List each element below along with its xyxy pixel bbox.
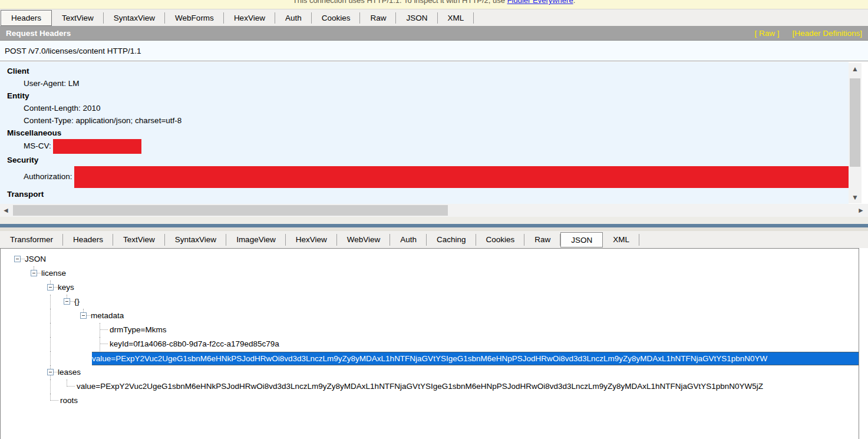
scroll-up-icon[interactable]: ▲ — [849, 63, 862, 75]
header-section-client: Client — [7, 65, 849, 77]
scroll-left-icon[interactable]: ◄ — [0, 204, 12, 217]
tree-row[interactable]: license — [1, 266, 859, 280]
raw-link[interactable]: [ Raw ] — [754, 29, 779, 38]
header-item-text: MS-CV: — [24, 141, 51, 150]
scroll-down-icon[interactable]: ▼ — [849, 192, 862, 203]
tab-json[interactable]: JSON — [396, 9, 437, 26]
tree-node-label[interactable]: leases — [58, 365, 81, 379]
tree-node-label[interactable]: value=PExpY2Vuc2UgeG1sbnM6eHNkPSJodHRwOi… — [77, 379, 763, 394]
tree-node-label[interactable]: keys — [58, 280, 74, 295]
tree-expander-icon[interactable] — [47, 369, 54, 375]
tree-row[interactable]: metadata — [1, 309, 859, 323]
response-inspector-tabs: TransformerHeadersTextViewSyntaxViewImag… — [0, 231, 868, 248]
tab-imageview[interactable]: ImageView — [226, 231, 286, 248]
header-item-text: Content-Type: application/json; charset=… — [24, 116, 181, 125]
tab-auth[interactable]: Auth — [275, 9, 312, 26]
tab-textview[interactable]: TextView — [52, 9, 104, 26]
header-item[interactable]: User-Agent: LM — [7, 77, 849, 90]
tab-syntaxview[interactable]: SyntaxView — [104, 9, 165, 26]
notice-text: This connection uses HTTP/1.1. To inspec… — [293, 0, 507, 5]
tree-expander-icon[interactable] — [80, 312, 87, 319]
http-version-notice: This connection uses HTTP/1.1. To inspec… — [0, 0, 868, 9]
horizontal-scroll-thumb[interactable] — [13, 205, 448, 216]
tab-cookies[interactable]: Cookies — [312, 9, 361, 26]
tab-syntaxview[interactable]: SyntaxView — [165, 231, 226, 248]
tree-node-label[interactable]: roots — [60, 394, 78, 408]
request-inspector-tabs: HeadersTextViewSyntaxViewWebFormsHexView… — [0, 9, 868, 26]
tree-node-label[interactable]: {} — [74, 295, 80, 309]
redaction-overlay — [74, 166, 849, 188]
vertical-scroll-thumb[interactable] — [850, 78, 860, 167]
header-definitions-link[interactable]: [Header Definitions] — [792, 29, 862, 38]
tab-webforms[interactable]: WebForms — [165, 9, 224, 26]
tree-expander-icon[interactable] — [31, 270, 37, 276]
request-headers-pane: ClientUser-Agent: LMEntityContent-Length… — [0, 62, 849, 204]
tree-row[interactable]: keyId=0f1a4068-c8b0-9d7a-f2cc-a179ed85c7… — [1, 337, 859, 351]
tab-xml[interactable]: XML — [603, 231, 639, 248]
tree-node-label[interactable]: metadata — [91, 309, 124, 323]
tab-webview[interactable]: WebView — [337, 231, 391, 248]
headers-vertical-scrollbar[interactable]: ▲ ▼ — [849, 63, 862, 203]
tab-json[interactable]: JSON — [560, 232, 603, 247]
tree-node-label[interactable]: keyId=0f1a4068-c8b0-9d7a-f2cc-a179ed85c7… — [110, 337, 279, 351]
tree-row[interactable]: {} — [1, 295, 859, 309]
header-item[interactable]: Content-Type: application/json; charset=… — [7, 114, 849, 127]
header-item-text: User-Agent: LM — [24, 79, 80, 88]
tab-hexview[interactable]: HexView — [224, 9, 275, 26]
tree-expander-icon[interactable] — [64, 298, 70, 305]
request-line-text: POST /v7.0/licenses/content HTTP/1.1 — [5, 47, 141, 55]
tree-expander-icon[interactable] — [14, 256, 21, 262]
tree-row[interactable]: keys — [1, 280, 859, 295]
tab-xml[interactable]: XML — [438, 9, 474, 26]
header-section-security: Security — [7, 154, 849, 166]
request-line[interactable]: POST /v7.0/licenses/content HTTP/1.1 — [0, 40, 868, 61]
tab-raw[interactable]: Raw — [524, 231, 560, 248]
tree-node-label-selected[interactable]: value=PExpY2Vuc2UgeG1sbnM6eHNkPSJodHRwOi… — [92, 352, 859, 365]
tree-row[interactable]: roots — [1, 394, 859, 408]
tab-cookies[interactable]: Cookies — [476, 231, 525, 248]
pane-gap — [0, 217, 868, 224]
request-headers-title: Request Headers — [6, 29, 741, 38]
tree-row[interactable]: leases — [1, 365, 859, 379]
request-headers-title-bar: Request Headers [ Raw ] [Header Definiti… — [0, 26, 868, 40]
header-item[interactable]: Authorization: — [7, 166, 849, 188]
header-item[interactable]: Content-Length: 2010 — [7, 102, 849, 114]
tree-node-label[interactable]: drmType=Mkms — [110, 323, 166, 337]
tree-row[interactable]: drmType=Mkms — [1, 323, 859, 337]
redaction-overlay — [53, 139, 141, 154]
tree-expander-icon[interactable] — [47, 284, 54, 291]
tree-row[interactable]: value=PExpY2Vuc2UgeG1sbnM6eHNkPSJodHRwOi… — [1, 351, 859, 365]
header-section-entity: Entity — [7, 90, 849, 102]
json-tree: JSONlicensekeys{}metadatadrmType=Mkmskey… — [0, 248, 859, 439]
tab-headers[interactable]: Headers — [63, 231, 113, 248]
tab-raw[interactable]: Raw — [360, 9, 396, 26]
tree-row[interactable]: JSON — [1, 252, 859, 266]
notice-suffix: . — [573, 0, 576, 5]
tab-caching[interactable]: Caching — [427, 231, 476, 248]
tab-auth[interactable]: Auth — [390, 231, 427, 248]
header-item[interactable]: MS-CV: — [7, 139, 849, 154]
headers-horizontal-scrollbar[interactable]: ◄ ► — [0, 204, 868, 217]
tab-headers[interactable]: Headers — [1, 10, 52, 26]
tab-transformer[interactable]: Transformer — [0, 231, 63, 248]
tab-textview[interactable]: TextView — [113, 231, 165, 248]
tree-node-label[interactable]: JSON — [25, 252, 46, 266]
header-item-text: Content-Length: 2010 — [24, 104, 101, 113]
tree-node-label[interactable]: license — [41, 266, 66, 280]
scroll-right-icon[interactable]: ► — [855, 204, 867, 217]
tab-hexview[interactable]: HexView — [286, 231, 337, 248]
header-section-transport: Transport — [7, 188, 849, 200]
header-section-miscellaneous: Miscellaneous — [7, 127, 849, 139]
fiddler-everywhere-link[interactable]: Fiddler Everywhere — [507, 0, 573, 5]
tree-row[interactable]: value=PExpY2Vuc2UgeG1sbnM6eHNkPSJodHRwOi… — [1, 379, 859, 394]
header-item-text: Authorization: — [24, 172, 72, 181]
